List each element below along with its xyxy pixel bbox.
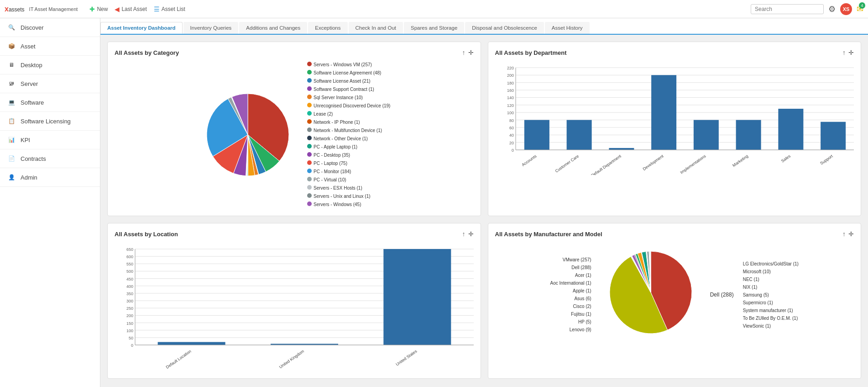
software-icon: 💻 <box>7 98 16 107</box>
tab-check-in-out[interactable]: Check In and Out <box>349 22 403 34</box>
asset-icon: 📦 <box>7 42 16 51</box>
category-legend-item: Servers - Unix and Linux (1) <box>307 192 390 201</box>
mfr-legend-left-item: Apple (1) <box>550 287 591 295</box>
department-chart-title: All Assets by Department <box>495 49 567 56</box>
last-asset-button[interactable]: ◀ Last Asset <box>115 5 146 13</box>
sidebar-item-label-discover: Discover <box>21 24 44 31</box>
sidebar-item-server[interactable]: 🖳 Server <box>0 74 100 93</box>
category-legend-item: Lease (2) <box>307 110 390 118</box>
category-legend-item: Network - IP Phone (1) <box>307 118 390 127</box>
sidebar-item-discover[interactable]: 🔍 Discover <box>0 18 100 37</box>
category-legend-item: Software Support Contract (1) <box>307 85 390 94</box>
category-legend-item: Network - Multifunction Device (1) <box>307 127 390 135</box>
location-chart-actions: ↑ ✛ <box>462 230 474 238</box>
mfr-legend-left-item: VMware (257) <box>550 256 591 264</box>
mfr-legend-left-item: Dell (288) <box>550 264 591 271</box>
logo: xassets <box>5 5 25 13</box>
sidebar-item-asset[interactable]: 📦 Asset <box>0 37 100 56</box>
mfr-legend-left-item: Aoc International (1) <box>550 279 591 287</box>
avatar[interactable]: XS <box>840 3 852 15</box>
manufacturer-pie-legend-left: VMware (257)Dell (288)Acer (1)Aoc Intern… <box>550 256 591 334</box>
tab-additions-changes[interactable]: Additions and Changes <box>239 22 307 34</box>
tab-spares-storage[interactable]: Spares and Storage <box>404 22 464 34</box>
location-chart-add-button[interactable]: ✛ <box>468 230 474 238</box>
svg-text:250: 250 <box>126 306 133 311</box>
svg-text:550: 550 <box>126 262 133 266</box>
sidebar-item-software-licensing[interactable]: 📋 Software Licensing <box>0 112 100 131</box>
main-content: All Assets by Category ↑ ✛ Servers - Win… <box>100 35 868 387</box>
nav-links: ✚ New ◀ Last Asset ☰ Asset List <box>89 5 185 13</box>
category-chart-up-button[interactable]: ↑ <box>462 49 465 56</box>
tab-dashboard[interactable]: Asset Inventory Dashboard <box>100 22 183 34</box>
svg-text:40: 40 <box>509 133 513 138</box>
sidebar-item-label-software-licensing: Software Licensing <box>21 118 71 125</box>
sidebar-item-software[interactable]: 💻 Software <box>0 93 100 112</box>
category-legend-item: Sql Server Instance (10) <box>307 94 390 102</box>
tab-disposal-obsolescence[interactable]: Disposal and Obsolescence <box>465 22 544 34</box>
tab-bar: Asset Inventory DashboardInventory Queri… <box>100 18 868 35</box>
category-legend-item: Servers - ESX Hosts (1) <box>307 184 390 192</box>
asset-list-icon: ☰ <box>154 5 160 13</box>
mfr-legend-left-item: Cisco (2) <box>550 302 591 310</box>
svg-text:300: 300 <box>126 299 133 303</box>
mfr-legend-right-item: NIX (1) <box>743 283 799 291</box>
category-legend-item: Unrecognised Discovered Device (19) <box>307 102 390 110</box>
category-chart-card: All Assets by Category ↑ ✛ Servers - Win… <box>107 42 481 216</box>
category-legend-item: PC - Virtual (10) <box>307 176 390 184</box>
sidebar-item-admin[interactable]: 👤 Admin <box>0 168 100 187</box>
svg-text:200: 200 <box>507 73 513 78</box>
tab-inventory-queries[interactable]: Inventory Queries <box>183 22 239 34</box>
category-legend-item: PC - Laptop (75) <box>307 159 390 168</box>
category-pie-chart <box>198 85 298 185</box>
sidebar-item-kpi[interactable]: 📊 KPI <box>0 131 100 149</box>
category-chart-add-button[interactable]: ✛ <box>468 49 474 56</box>
svg-rect-74 <box>383 249 451 345</box>
server-icon: 🖳 <box>7 79 16 88</box>
mfr-legend-right-item: To Be ZUlled By O.E.M. (1) <box>743 314 799 322</box>
mfr-legend-right-item: Microsoft (10) <box>743 268 799 276</box>
svg-text:Implementations: Implementations <box>679 154 706 175</box>
top-icons: ⚙ XS ✉ 4 <box>828 3 863 15</box>
department-chart-up-button[interactable]: ↑ <box>842 49 846 56</box>
manufacturer-chart-up-button[interactable]: ↑ <box>842 230 846 238</box>
sidebar-item-label-server: Server <box>21 80 38 87</box>
sidebar: 🔍 Discover📦 Asset🖥 Desktop🖳 Server💻 Soft… <box>0 18 100 387</box>
svg-text:United Kingdom: United Kingdom <box>278 349 305 369</box>
svg-text:Default Location: Default Location <box>165 349 192 370</box>
category-legend-item: PC - Apple Laptop (1) <box>307 143 390 151</box>
kpi-icon: 📊 <box>7 135 16 144</box>
settings-icon[interactable]: ⚙ <box>828 4 836 14</box>
asset-list-button[interactable]: ☰ Asset List <box>154 5 185 13</box>
department-chart-add-button[interactable]: ✛ <box>848 49 854 56</box>
notifications-icon[interactable]: ✉ 4 <box>857 4 863 14</box>
sidebar-item-label-admin: Admin <box>21 174 37 181</box>
svg-text:0: 0 <box>511 148 513 153</box>
svg-text:100: 100 <box>507 111 513 115</box>
location-chart-up-button[interactable]: ↑ <box>462 230 465 238</box>
sidebar-item-contracts[interactable]: 📄 Contracts <box>0 149 100 168</box>
svg-text:Accounts: Accounts <box>521 154 537 167</box>
department-bar-chart: 020406080100120140160180200220AccountsCu… <box>495 61 854 175</box>
search-input[interactable] <box>751 4 824 14</box>
mfr-legend-left-item: Lenovo (9) <box>550 326 591 334</box>
manufacturer-chart-actions: ↑ ✛ <box>842 230 854 238</box>
sidebar-item-label-software: Software <box>21 99 44 106</box>
mfr-legend-left-item: Acer (1) <box>550 271 591 279</box>
tab-exceptions[interactable]: Exceptions <box>308 22 347 34</box>
mfr-legend-right-item: Supermicro (1) <box>743 299 799 307</box>
mfr-legend-right-item: NEC (1) <box>743 276 799 283</box>
new-button[interactable]: ✚ New <box>89 5 108 13</box>
svg-rect-30 <box>651 75 676 150</box>
svg-text:60: 60 <box>509 126 513 130</box>
mfr-legend-right-item: LG Electronics/GoldStar (1) <box>743 260 799 268</box>
location-chart-header: All Assets by Location ↑ ✛ <box>115 230 474 238</box>
svg-text:United States: United States <box>395 349 418 366</box>
sidebar-item-desktop[interactable]: 🖥 Desktop <box>0 56 100 74</box>
tab-asset-history[interactable]: Asset History <box>545 22 590 34</box>
asset-list-label: Asset List <box>162 6 185 12</box>
svg-text:180: 180 <box>507 81 513 85</box>
svg-text:500: 500 <box>126 269 133 274</box>
manufacturer-chart-add-button[interactable]: ✛ <box>848 230 854 238</box>
category-legend-item: Network - Other Device (1) <box>307 135 390 143</box>
svg-text:Customer Care: Customer Care <box>554 154 580 173</box>
